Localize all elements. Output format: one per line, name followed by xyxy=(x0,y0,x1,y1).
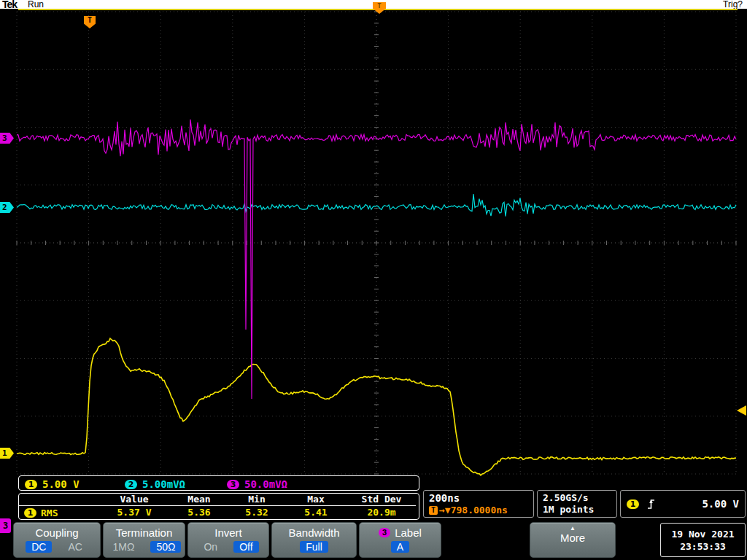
ch2-scale-value: 5.00mVΩ xyxy=(142,478,185,490)
option-off[interactable]: Off xyxy=(233,541,258,553)
menu-button-more[interactable]: ▲More xyxy=(530,522,616,558)
trigger-t-icon: T xyxy=(429,506,438,515)
meas-header-value: Value xyxy=(99,494,169,506)
menu-title: Coupling xyxy=(14,526,100,539)
active-menu-channel-badge: 3 xyxy=(0,518,11,533)
option-dc[interactable]: DC xyxy=(26,541,52,553)
menu-button-coupling[interactable]: CouplingDCAC xyxy=(13,522,101,558)
meas-max: 5.41 xyxy=(285,506,347,519)
menu-title: Invert xyxy=(188,526,268,539)
measurement-table: Value Mean Min Max Std Dev 1 RMS 5.37 V … xyxy=(18,493,419,520)
ch2-badge: 2 xyxy=(125,480,137,489)
meas-header-min: Min xyxy=(229,494,285,506)
meas-header-stddev: Std Dev xyxy=(347,494,416,506)
menu-title: 3Label xyxy=(360,526,441,539)
menu-title: More xyxy=(530,532,615,544)
meas-row-label: 1 RMS xyxy=(19,506,99,519)
waveform-ch1 xyxy=(17,338,736,475)
timebase-value: 200ns xyxy=(429,492,533,504)
more-arrow-icon: ▲ xyxy=(530,526,615,531)
time-value: 23:53:33 xyxy=(680,541,726,552)
option-50ω[interactable]: 50Ω xyxy=(150,541,181,553)
meas-header-spacer xyxy=(19,494,99,506)
acquisition-readout: 2.50GS/s 1M points xyxy=(537,490,617,518)
channel-3-badge: 3 xyxy=(379,528,390,537)
sample-rate-value: 2.50GS/s xyxy=(543,492,616,504)
option-a[interactable]: A xyxy=(391,541,409,553)
ch3-scale-value: 50.0mVΩ xyxy=(244,478,287,490)
ch1-badge: 1 xyxy=(25,480,37,489)
menu-title: Bandwidth xyxy=(272,526,356,539)
trigger-readout: 1 5.00 V xyxy=(620,490,746,518)
tek-logo: Tek xyxy=(2,0,17,10)
meas-min: 5.32 xyxy=(229,506,285,519)
option-on[interactable]: On xyxy=(198,541,223,553)
option-full[interactable]: Full xyxy=(300,541,328,553)
meas-name: RMS xyxy=(41,508,58,518)
meas-header-mean: Mean xyxy=(169,494,229,506)
trigger-source-badge: 1 xyxy=(627,499,639,509)
menu-button-invert[interactable]: InvertOnOff xyxy=(187,522,269,558)
option-1mω[interactable]: 1MΩ xyxy=(107,541,141,553)
meas-header-max: Max xyxy=(285,494,347,506)
menu-title: Termination xyxy=(104,526,185,539)
channel-scale-bar: 1 5.00 V 2 5.00mVΩ 3 50.0mVΩ xyxy=(18,475,419,491)
ch1-scale-readout[interactable]: 1 5.00 V xyxy=(25,478,80,490)
date-value: 19 Nov 2021 xyxy=(671,529,734,540)
menu-button-termination[interactable]: Termination1MΩ50Ω xyxy=(103,522,185,558)
menu-bar: CouplingDCACTermination1MΩ50ΩInvertOnOff… xyxy=(0,522,747,560)
rising-edge-icon xyxy=(646,497,656,510)
meas-value: 5.37 V xyxy=(99,506,169,519)
record-length-value: 1M points xyxy=(543,504,616,516)
ch2-scale-readout[interactable]: 2 5.00mVΩ xyxy=(125,478,185,490)
ch3-badge: 3 xyxy=(227,480,239,489)
menu-button-label[interactable]: 3LabelA xyxy=(359,522,441,558)
trigger-delay-value: →▼798.0000ns xyxy=(439,505,508,516)
ch1-scale-value: 5.00 V xyxy=(42,478,80,490)
meas-ch-badge: 1 xyxy=(24,508,36,518)
datetime-box: 19 Nov 2021 23:53:33 xyxy=(660,523,746,557)
ch3-scale-readout[interactable]: 3 50.0mVΩ xyxy=(227,478,287,490)
meas-mean: 5.36 xyxy=(169,506,229,519)
oscilloscope-screen: Tek Run Trig? T T 3 2 1 1 5.00 V 2 5.00m… xyxy=(0,0,747,560)
option-ac[interactable]: AC xyxy=(62,541,88,553)
horizontal-readout: 200ns T →▼798.0000ns xyxy=(423,490,534,518)
menu-button-bandwidth[interactable]: BandwidthFull xyxy=(271,522,357,558)
meas-stddev: 20.9m xyxy=(347,506,416,519)
trigger-level-value: 5.00 V xyxy=(702,498,739,510)
